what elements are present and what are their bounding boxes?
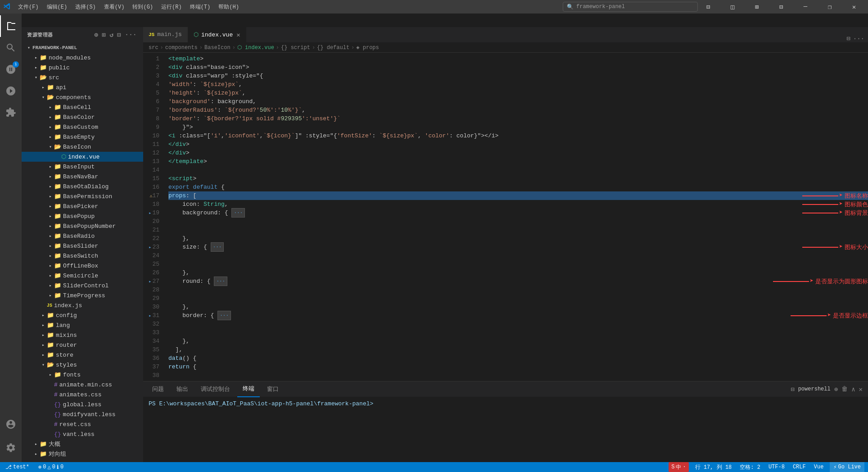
menu-item[interactable]: 运行(R) xyxy=(158,2,185,12)
more-tabs-icon[interactable]: ··· xyxy=(853,35,864,42)
tab-index-vue[interactable]: ⬡ index.vue ✕ xyxy=(188,27,246,42)
language-status[interactable]: Vue xyxy=(812,462,826,472)
tree-item[interactable]: ▸📁router xyxy=(22,340,143,350)
breadcrumb-default[interactable]: {} default xyxy=(317,45,349,51)
tree-item[interactable]: ▸📁BaseSlider xyxy=(22,241,143,251)
panel-icon[interactable]: ⊞ xyxy=(746,0,767,14)
menu-item[interactable]: 编辑(E) xyxy=(43,2,71,12)
tree-item[interactable]: #animates.css xyxy=(22,390,143,399)
menu-item[interactable]: 文件(F) xyxy=(14,2,42,12)
collapse-icon[interactable]: ⊟ xyxy=(116,30,122,40)
breadcrumb-baseicon[interactable]: BaseIcon xyxy=(204,45,231,51)
tree-item[interactable]: ▸📁TimeProgress xyxy=(22,290,143,300)
tree-item[interactable]: ▾📂styles xyxy=(22,360,143,370)
tree-item[interactable]: ▸📁fonts xyxy=(22,370,143,380)
line-ending-status[interactable]: CRLF xyxy=(791,462,808,472)
tab-close-icon[interactable]: ✕ xyxy=(236,31,240,39)
activity-search[interactable] xyxy=(0,37,22,59)
tree-item[interactable]: ▸📁config xyxy=(22,310,143,320)
split-editor-icon[interactable]: ⊟ xyxy=(846,35,850,42)
activity-explorer[interactable] xyxy=(0,27,22,37)
tree-item[interactable]: ▸📁node_modules xyxy=(22,53,143,63)
activity-extensions[interactable] xyxy=(0,102,22,123)
maximize-button[interactable]: ❐ xyxy=(819,0,840,14)
go-live-status[interactable]: ⚡ Go Live xyxy=(830,462,864,472)
tree-item[interactable]: ▸📁Semicircle xyxy=(22,271,143,281)
tree-item[interactable]: ▸📁大概 xyxy=(22,439,143,449)
tree-item[interactable]: ▸📁BaseCell xyxy=(22,102,143,112)
breadcrumb-components[interactable]: components xyxy=(165,45,198,51)
sidebar-icon[interactable]: ◫ xyxy=(722,0,743,14)
errors-status[interactable]: ⊗ 0 △ 0 ℹ 0 xyxy=(36,462,65,472)
tree-item[interactable]: ▸📁SliderControl xyxy=(22,281,143,290)
tree-item[interactable]: ▸📁BasePermission xyxy=(22,191,143,201)
tree-item[interactable]: ▸📁BaseNavBar xyxy=(22,172,143,182)
tree-item[interactable]: {}modifyvant.less xyxy=(22,409,143,419)
tree-item[interactable]: ▸📁public xyxy=(22,63,143,73)
tree-item[interactable]: ▸📁BaseColor xyxy=(22,112,143,122)
tree-item[interactable]: ▸📁BaseEmpty xyxy=(22,132,143,142)
breadcrumb-src[interactable]: src xyxy=(149,45,158,51)
activity-git[interactable]: 1 xyxy=(0,59,22,80)
terminal-trash-icon[interactable]: 🗑 xyxy=(841,386,848,393)
tree-item[interactable]: {}vant.less xyxy=(22,429,143,439)
tree-item[interactable]: ▾📂src xyxy=(22,73,143,82)
tree-item[interactable]: ▸📁BasePopup xyxy=(22,211,143,221)
tree-item[interactable]: #reset.css xyxy=(22,419,143,429)
new-folder-icon[interactable]: ⊞ xyxy=(101,30,107,40)
panel-tab-debug[interactable]: 调试控制台 xyxy=(195,381,235,397)
activity-settings[interactable] xyxy=(0,437,22,458)
breadcrumb-props[interactable]: ◈ props xyxy=(356,44,379,51)
tree-item[interactable]: ▸📁对向组 xyxy=(22,449,143,459)
activity-account[interactable] xyxy=(0,413,22,435)
tree-item[interactable]: ▸📁BaseSwitch xyxy=(22,251,143,261)
menu-item[interactable]: 转到(G) xyxy=(129,2,157,12)
panel-maximize-icon[interactable]: ∧ xyxy=(851,386,855,393)
breadcrumb-file[interactable]: ⬡ index.vue xyxy=(237,44,274,51)
tree-item[interactable]: ▸📁OffLineBox xyxy=(22,261,143,271)
more-actions-icon[interactable]: ··· xyxy=(124,30,138,40)
minimize-button[interactable]: ─ xyxy=(795,0,816,14)
layout-icon[interactable]: ⊟ xyxy=(698,0,719,14)
activity-debug[interactable] xyxy=(0,80,22,102)
tree-item[interactable]: ▸📁mixins xyxy=(22,330,143,340)
search-bar[interactable]: 🔍 framework-panel xyxy=(563,2,698,12)
tree-item[interactable]: ▾📂BaseIcon xyxy=(22,142,143,152)
tree-item[interactable]: ▸📁BasePicker xyxy=(22,201,143,211)
panel-tab-terminal[interactable]: 终端 xyxy=(237,381,260,397)
tree-item[interactable]: ▸📁BaseOtaDialog xyxy=(22,182,143,191)
indent-status[interactable]: 空格: 2 xyxy=(738,462,762,472)
tree-item[interactable]: ▸📁BaseRadio xyxy=(22,231,143,241)
split-icon[interactable]: ⊟ xyxy=(771,0,791,14)
tree-item[interactable]: ▸📁api xyxy=(22,82,143,92)
tree-item[interactable]: #animate.min.css xyxy=(22,380,143,390)
code-content[interactable]: <template> <div class="base-icon"> <div … xyxy=(165,53,868,381)
tree-root[interactable]: ▾ FRAMEWORK-PANEL xyxy=(22,43,143,53)
menu-item[interactable]: 终端(T) xyxy=(186,2,214,12)
tree-item[interactable]: JSindex.js xyxy=(22,300,143,310)
panel-close-icon[interactable]: ✕ xyxy=(859,386,863,393)
refresh-icon[interactable]: ↺ xyxy=(108,30,114,40)
tree-item[interactable]: ▸📁BasePopupNumber xyxy=(22,221,143,231)
panel-tab-output[interactable]: 输出 xyxy=(171,381,194,397)
sogou-status[interactable]: S 中 · xyxy=(669,462,688,472)
panel-tab-problems[interactable]: 问题 xyxy=(147,381,169,397)
menu-item[interactable]: 查看(V) xyxy=(100,2,128,12)
terminal-add-icon[interactable]: ⊕ xyxy=(834,386,838,393)
panel-tab-window[interactable]: 窗口 xyxy=(262,381,284,397)
tree-item[interactable]: ▾📂components xyxy=(22,92,143,102)
tree-item[interactable]: ▸📁lang xyxy=(22,320,143,330)
tree-item[interactable]: ▸📁store xyxy=(22,350,143,360)
menu-item[interactable]: 选择(S) xyxy=(72,2,99,12)
new-file-icon[interactable]: ⊕ xyxy=(94,30,99,40)
git-branch-status[interactable]: ⎇ test* xyxy=(4,462,31,472)
tab-main-js[interactable]: JS main.js xyxy=(143,27,188,42)
terminal-split-icon[interactable]: ⊟ xyxy=(791,386,794,393)
breadcrumb-script[interactable]: {} script xyxy=(281,45,310,51)
cursor-position-status[interactable]: 行 17, 列 18 xyxy=(693,462,734,472)
tree-item[interactable]: ⬡index.vue xyxy=(22,152,143,162)
encoding-status[interactable]: UTF-8 xyxy=(767,462,787,472)
terminal-content[interactable]: PS E:\workspaces\BAT_AIoT_PaaS\iot-app-h… xyxy=(143,397,868,462)
tree-item[interactable]: ▸📁BaseCustom xyxy=(22,122,143,132)
menu-item[interactable]: 帮助(H) xyxy=(215,2,243,12)
